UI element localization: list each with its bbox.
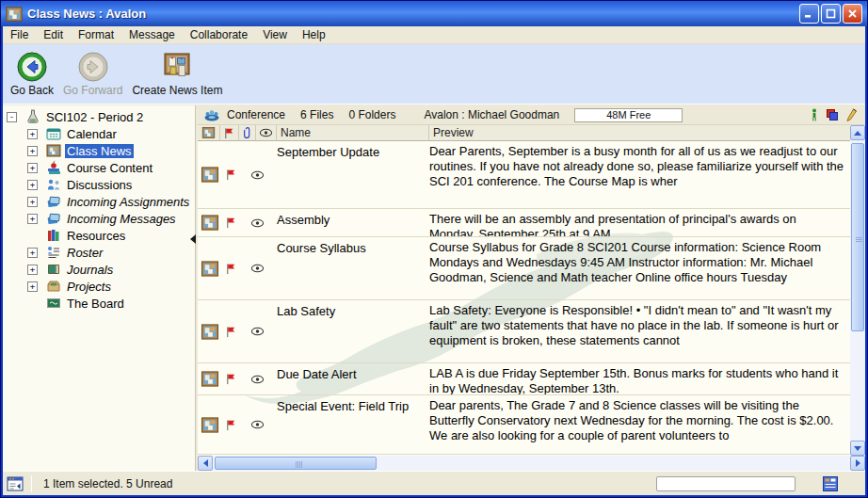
conference-icon	[203, 108, 220, 121]
plus-box-icon[interactable]: +	[27, 197, 38, 207]
plus-box-icon[interactable]: +	[27, 214, 38, 224]
status-bar: 1 Item selected. 5 Unread	[3, 471, 865, 495]
close-button[interactable]	[843, 4, 862, 24]
sidebar-item-the-board[interactable]: The Board	[3, 295, 195, 312]
go-back-label: Go Back	[10, 84, 54, 97]
menu-item-file[interactable]: File	[3, 26, 36, 43]
menu-item-help[interactable]: Help	[295, 26, 333, 43]
eye-icon	[241, 209, 273, 236]
go-back-button[interactable]: Go Back	[10, 50, 54, 97]
table-row[interactable]: Course Syllabus Course Syllabus for Grad…	[198, 237, 850, 300]
go-forward-button[interactable]: Go Forward	[63, 50, 122, 97]
sidebar-item-label: Roster	[65, 246, 104, 260]
table-row[interactable]: Special Event: Field Trip Dear parents, …	[198, 395, 850, 455]
read-status-column[interactable]	[256, 125, 277, 140]
name-column-header[interactable]: Name	[277, 125, 429, 140]
go-forward-label: Go Forward	[63, 84, 122, 97]
status-grid-icon[interactable]	[822, 475, 839, 492]
plus-box-icon[interactable]: +	[27, 248, 38, 258]
layers-icon[interactable]	[826, 108, 839, 121]
item-name: Lab Safety	[273, 300, 426, 362]
plus-box-icon[interactable]: +	[27, 129, 38, 139]
app-icon	[6, 6, 23, 23]
flag-icon	[220, 237, 241, 299]
window-title: Class News : Avalon	[27, 7, 146, 21]
person-icon[interactable]	[811, 108, 818, 121]
scroll-down-button[interactable]	[850, 441, 865, 456]
maximize-button[interactable]	[821, 4, 841, 24]
scroll-up-button[interactable]	[850, 125, 865, 140]
flag-icon	[220, 395, 241, 454]
sidebar-root-item[interactable]: - SCI102 - Period 2	[3, 108, 195, 125]
menu-item-message[interactable]: Message	[121, 26, 183, 43]
minus-box-icon[interactable]: -	[7, 112, 17, 122]
item-name: September Update	[273, 141, 426, 208]
attachment-column[interactable]	[239, 125, 256, 140]
plus-box-icon[interactable]: +	[27, 163, 38, 173]
sidebar-item-label: Class News	[65, 144, 134, 158]
plus-box-icon[interactable]: +	[27, 146, 38, 156]
create-news-item-button[interactable]: Create News Item	[132, 50, 222, 97]
status-input[interactable]	[656, 476, 796, 491]
minimize-button[interactable]	[799, 4, 819, 24]
item-type-column[interactable]	[198, 125, 220, 140]
eye-icon	[241, 141, 273, 208]
vertical-scrollbar[interactable]	[850, 125, 865, 456]
vertical-scroll-thumb[interactable]	[851, 143, 864, 331]
item-name: Due Date Alert	[273, 363, 426, 394]
plus-box-icon[interactable]: +	[27, 180, 38, 190]
sidebar-tree: - SCI102 - Period 2 + Calendar + Class N…	[3, 105, 196, 471]
table-row[interactable]: Due Date Alert LAB A is due Friday Septe…	[198, 363, 850, 395]
menu-item-edit[interactable]: Edit	[36, 26, 71, 43]
go-forward-icon	[76, 50, 110, 84]
column-header: Name Preview	[198, 125, 850, 141]
horizontal-scroll-thumb[interactable]	[215, 457, 377, 470]
list-rows: September Update Dear Parents, September…	[198, 141, 850, 455]
table-row[interactable]: Lab Safety Lab Safety: Everyone is Respo…	[198, 300, 850, 363]
flag-column[interactable]	[220, 125, 239, 140]
sidebar-item-label: Incoming Assignments	[65, 195, 191, 209]
table-row[interactable]: September Update Dear Parents, September…	[198, 141, 850, 209]
horizontal-scrollbar[interactable]	[198, 456, 865, 471]
table-row[interactable]: Assembly There will be an assembly and p…	[198, 209, 850, 237]
status-text: 1 Item selected. 5 Unread	[43, 477, 172, 490]
status-window-icon[interactable]	[7, 475, 24, 492]
preview-column-header[interactable]: Preview	[429, 125, 850, 140]
sidebar-item-resources[interactable]: Resources	[3, 227, 195, 244]
menu-item-format[interactable]: Format	[71, 26, 121, 43]
sidebar-item-incoming-messages[interactable]: + Incoming Messages	[3, 210, 195, 227]
sidebar-item-roster[interactable]: + Roster	[3, 244, 195, 261]
sidebar-collapse-arrow[interactable]	[190, 234, 196, 244]
spacer	[27, 298, 38, 309]
sidebar-root-label: SCI102 - Period 2	[44, 110, 145, 124]
eye-icon	[241, 300, 273, 362]
flag-icon	[220, 141, 241, 208]
sidebar-item-calendar[interactable]: + Calendar	[3, 125, 195, 142]
sidebar-item-class-news[interactable]: + Class News	[3, 142, 195, 159]
plus-box-icon[interactable]: +	[27, 265, 38, 275]
spacer	[27, 231, 38, 241]
account-name: Avalon : Michael Goodman	[424, 108, 559, 121]
conference-label: Conference	[227, 108, 285, 121]
menu-item-collaborate[interactable]: Collaborate	[183, 26, 255, 43]
sidebar-item-incoming-assignments[interactable]: + Incoming Assignments	[3, 193, 195, 210]
news-item-list: September Update Dear Parents, September…	[198, 141, 850, 456]
menu-item-view[interactable]: View	[255, 26, 295, 43]
sidebar-item-course-content[interactable]: + Course Content	[3, 159, 195, 176]
item-name: Special Event: Field Trip	[273, 395, 426, 454]
create-news-item-icon	[160, 50, 194, 84]
plus-box-icon[interactable]: +	[27, 281, 38, 292]
item-preview: Dear Parents, September is a busy month …	[426, 141, 850, 208]
news-item-icon	[198, 300, 220, 362]
class-news-icon	[46, 143, 61, 158]
sidebar-item-discussions[interactable]: + Discussions	[3, 176, 195, 193]
sidebar-item-label: Resources	[65, 229, 127, 243]
scroll-right-button[interactable]	[850, 456, 865, 471]
pencil-icon[interactable]	[846, 108, 858, 121]
item-name: Course Syllabus	[273, 237, 426, 299]
sidebar-item-journals[interactable]: + Journals	[3, 261, 195, 278]
go-back-icon	[15, 50, 49, 84]
journals-icon	[46, 262, 61, 277]
sidebar-item-projects[interactable]: + Projects	[3, 278, 195, 295]
scroll-left-button[interactable]	[198, 456, 213, 471]
